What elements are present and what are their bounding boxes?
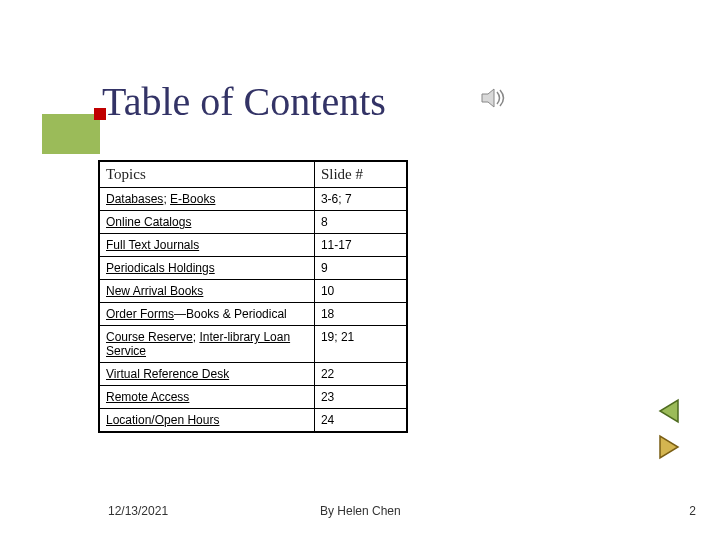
page-title: Table of Contents [102,78,386,125]
topic-cell: Periodicals Holdings [100,257,315,280]
topic-cell: Online Catalogs [100,211,315,234]
table-row: Databases; E-Books3-6; 7 [100,188,407,211]
table-row: New Arrival Books10 [100,280,407,303]
topic-cell: New Arrival Books [100,280,315,303]
footer-page-number: 2 [689,504,696,518]
slide-cell: 3-6; 7 [314,188,406,211]
table-row: Periodicals Holdings9 [100,257,407,280]
footer-author: By Helen Chen [320,504,401,518]
table-row: Virtual Reference Desk22 [100,363,407,386]
topic-cell: Order Forms—Books & Periodical [100,303,315,326]
contents-table: Topics Slide # Databases; E-Books3-6; 7O… [98,160,408,433]
topic-cell: Location/Open Hours [100,409,315,432]
slide-cell: 11-17 [314,234,406,257]
next-slide-button[interactable] [654,432,684,462]
topic-link[interactable]: Location/Open Hours [106,413,219,427]
topic-link[interactable]: New Arrival Books [106,284,203,298]
svg-marker-0 [482,89,494,107]
topic-cell: Virtual Reference Desk [100,363,315,386]
topic-cell: Full Text Journals [100,234,315,257]
slide-cell: 24 [314,409,406,432]
svg-marker-1 [660,400,678,422]
title-accent-block [42,114,100,154]
nav-arrows [654,396,684,462]
slide-cell: 19; 21 [314,326,406,363]
topic-link[interactable]: Order Forms [106,307,174,321]
table-header-row: Topics Slide # [100,162,407,188]
topic-link[interactable]: Virtual Reference Desk [106,367,229,381]
topic-link[interactable]: E-Books [170,192,215,206]
topic-link[interactable]: Online Catalogs [106,215,191,229]
slide-cell: 10 [314,280,406,303]
table-row: Full Text Journals11-17 [100,234,407,257]
topic-link[interactable]: Full Text Journals [106,238,199,252]
topic-cell: Remote Access [100,386,315,409]
topic-link[interactable]: Course Reserve [106,330,193,344]
table-row: Location/Open Hours24 [100,409,407,432]
header-topics: Topics [100,162,315,188]
prev-slide-button[interactable] [654,396,684,426]
table-row: Order Forms—Books & Periodical18 [100,303,407,326]
slide-cell: 9 [314,257,406,280]
topic-cell: Course Reserve; Inter-library Loan Servi… [100,326,315,363]
slide-cell: 18 [314,303,406,326]
slide-cell: 23 [314,386,406,409]
slide-cell: 8 [314,211,406,234]
topic-link[interactable]: Remote Access [106,390,189,404]
speaker-icon[interactable] [480,86,508,110]
topic-link[interactable]: Periodicals Holdings [106,261,215,275]
svg-marker-2 [660,436,678,458]
topic-cell: Databases; E-Books [100,188,315,211]
footer-date: 12/13/2021 [108,504,168,518]
table-row: Online Catalogs8 [100,211,407,234]
slide-cell: 22 [314,363,406,386]
table-row: Remote Access23 [100,386,407,409]
topic-link[interactable]: Databases [106,192,163,206]
table-row: Course Reserve; Inter-library Loan Servi… [100,326,407,363]
header-slide: Slide # [314,162,406,188]
